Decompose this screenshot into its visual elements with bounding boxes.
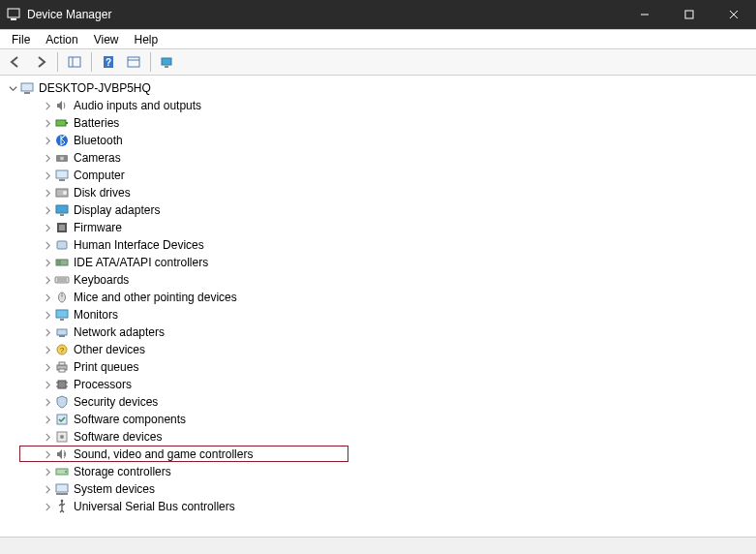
device-category-row[interactable]: Sound, video and game controllers bbox=[23, 446, 750, 463]
category-label[interactable]: Software components bbox=[74, 411, 186, 428]
category-label[interactable]: Audio inputs and outputs bbox=[74, 97, 201, 114]
category-label[interactable]: Mice and other pointing devices bbox=[74, 289, 237, 306]
toolbar-separator bbox=[150, 52, 151, 72]
close-button[interactable] bbox=[711, 0, 756, 29]
menu-file[interactable]: File bbox=[4, 31, 38, 48]
show-hide-tree-button[interactable] bbox=[63, 51, 86, 73]
chevron-right-icon[interactable] bbox=[41, 450, 54, 459]
device-category-row[interactable]: Monitors bbox=[23, 306, 750, 323]
category-label[interactable]: Disk drives bbox=[74, 184, 131, 201]
category-label[interactable]: System devices bbox=[74, 480, 155, 498]
device-category-row[interactable]: Computer bbox=[23, 167, 750, 184]
category-label[interactable]: Computer bbox=[74, 167, 125, 184]
device-category-row[interactable]: Security devices bbox=[23, 393, 750, 411]
chevron-right-icon[interactable] bbox=[41, 468, 54, 477]
chevron-right-icon[interactable] bbox=[41, 119, 54, 128]
chevron-right-icon[interactable] bbox=[41, 328, 54, 337]
device-category-row[interactable]: Batteries bbox=[23, 114, 750, 132]
window-controls bbox=[622, 0, 756, 29]
category-label[interactable]: IDE ATA/ATAPI controllers bbox=[74, 254, 208, 271]
chevron-right-icon[interactable] bbox=[41, 189, 54, 198]
chevron-right-icon[interactable] bbox=[41, 102, 54, 110]
category-label[interactable]: Print queues bbox=[74, 358, 138, 376]
device-category-row[interactable]: Storage controllers bbox=[23, 463, 750, 480]
chevron-right-icon[interactable] bbox=[41, 381, 54, 389]
chevron-right-icon[interactable] bbox=[41, 485, 54, 494]
svg-text:?: ? bbox=[60, 346, 65, 354]
chevron-right-icon[interactable] bbox=[41, 363, 54, 372]
device-tree-area[interactable]: DESKTOP-JVBP5HQ Audio inputs and outputs… bbox=[0, 76, 756, 537]
device-category-row[interactable]: Human Interface Devices bbox=[23, 236, 750, 254]
maximize-button[interactable] bbox=[667, 0, 711, 29]
chevron-down-icon[interactable] bbox=[6, 84, 19, 93]
chevron-right-icon[interactable] bbox=[41, 171, 54, 180]
chevron-right-icon[interactable] bbox=[41, 259, 54, 267]
category-label[interactable]: Sound, video and game controllers bbox=[74, 446, 253, 463]
back-button[interactable] bbox=[4, 51, 27, 73]
category-label[interactable]: Monitors bbox=[74, 306, 118, 323]
category-label[interactable]: Storage controllers bbox=[74, 463, 171, 480]
device-category-row[interactable]: Network adapters bbox=[23, 323, 750, 341]
category-label[interactable]: Batteries bbox=[74, 114, 119, 132]
category-label[interactable]: Software devices bbox=[74, 428, 162, 446]
device-category-row[interactable]: Audio inputs and outputs bbox=[23, 97, 750, 114]
toolbar: ? bbox=[0, 48, 756, 76]
category-label[interactable]: Firmware bbox=[74, 219, 122, 236]
device-category-row[interactable]: Display adapters bbox=[23, 201, 750, 219]
category-label[interactable]: Cameras bbox=[74, 149, 121, 167]
chevron-right-icon[interactable] bbox=[41, 224, 54, 232]
category-label[interactable]: Universal Serial Bus controllers bbox=[74, 498, 235, 515]
device-category-row[interactable]: ?Other devices bbox=[23, 341, 750, 358]
chevron-right-icon[interactable] bbox=[41, 503, 54, 511]
help-button[interactable]: ? bbox=[97, 51, 120, 73]
chevron-right-icon[interactable] bbox=[41, 416, 54, 424]
device-category-row[interactable]: Mice and other pointing devices bbox=[23, 289, 750, 306]
chevron-right-icon[interactable] bbox=[41, 154, 54, 163]
chevron-right-icon[interactable] bbox=[41, 241, 54, 250]
chevron-right-icon[interactable] bbox=[41, 311, 54, 320]
svg-rect-22 bbox=[59, 179, 65, 181]
bluetooth-icon bbox=[54, 133, 70, 148]
computer-icon bbox=[19, 80, 35, 96]
device-category-row[interactable]: Universal Serial Bus controllers bbox=[23, 498, 750, 515]
svg-rect-28 bbox=[59, 225, 65, 231]
svg-rect-3 bbox=[685, 11, 693, 18]
menu-action[interactable]: Action bbox=[38, 31, 85, 48]
category-label[interactable]: Network adapters bbox=[74, 323, 165, 341]
device-category-row[interactable]: Print queues bbox=[23, 358, 750, 376]
chevron-right-icon[interactable] bbox=[41, 433, 54, 442]
device-category-row[interactable]: Cameras bbox=[23, 149, 750, 167]
device-category-row[interactable]: System devices bbox=[23, 480, 750, 498]
device-category-row[interactable]: Processors bbox=[23, 376, 750, 393]
forward-button[interactable] bbox=[29, 51, 52, 73]
chevron-right-icon[interactable] bbox=[41, 137, 54, 145]
device-category-row[interactable]: Disk drives bbox=[23, 184, 750, 201]
category-label[interactable]: Other devices bbox=[74, 341, 145, 358]
category-label[interactable]: Processors bbox=[74, 376, 132, 393]
category-label[interactable]: Bluetooth bbox=[74, 132, 123, 149]
device-category-row[interactable]: Software devices bbox=[23, 428, 750, 446]
device-category-row[interactable]: IDE ATA/ATAPI controllers bbox=[23, 254, 750, 271]
device-category-row[interactable]: Bluetooth bbox=[23, 132, 750, 149]
category-label[interactable]: Display adapters bbox=[74, 201, 160, 219]
svg-rect-16 bbox=[56, 120, 66, 126]
device-category-row[interactable]: Keyboards bbox=[23, 271, 750, 289]
properties-button[interactable] bbox=[122, 51, 145, 73]
category-label[interactable]: Security devices bbox=[74, 393, 158, 411]
device-category-row[interactable]: Firmware bbox=[23, 219, 750, 236]
chevron-right-icon[interactable] bbox=[41, 293, 54, 302]
svg-text:?: ? bbox=[106, 57, 111, 68]
chevron-right-icon[interactable] bbox=[41, 398, 54, 407]
chevron-right-icon[interactable] bbox=[41, 206, 54, 215]
scan-hardware-button[interactable] bbox=[156, 51, 179, 73]
menu-help[interactable]: Help bbox=[127, 31, 166, 48]
category-label[interactable]: Human Interface Devices bbox=[74, 236, 204, 254]
minimize-button[interactable] bbox=[622, 0, 667, 29]
chevron-right-icon[interactable] bbox=[41, 346, 54, 354]
chevron-right-icon[interactable] bbox=[41, 276, 54, 285]
device-category-row[interactable]: Software components bbox=[23, 411, 750, 428]
tree-root-row[interactable]: DESKTOP-JVBP5HQ bbox=[6, 79, 750, 97]
root-label[interactable]: DESKTOP-JVBP5HQ bbox=[39, 79, 151, 97]
category-label[interactable]: Keyboards bbox=[74, 271, 129, 289]
menu-view[interactable]: View bbox=[86, 31, 127, 48]
